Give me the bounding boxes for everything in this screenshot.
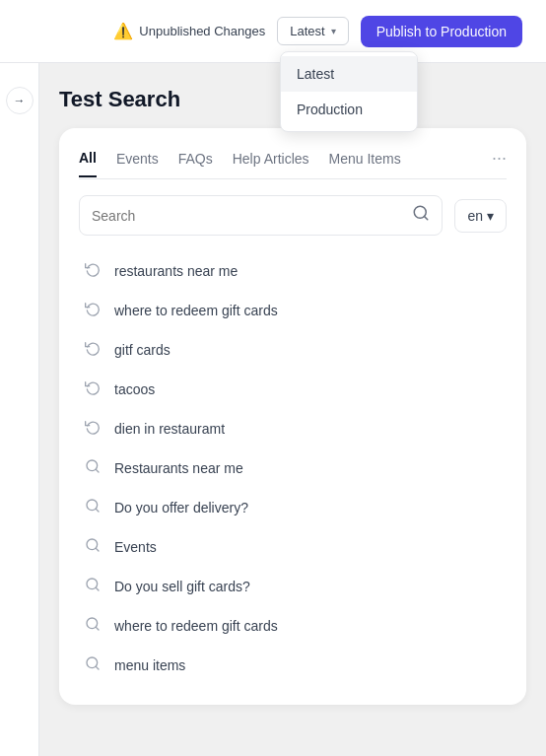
chevron-down-icon: ▾ bbox=[331, 26, 336, 36]
tab-menu-items[interactable]: Menu Items bbox=[329, 151, 401, 176]
result-text: where to redeem gift cards bbox=[114, 618, 278, 634]
sidebar-stub: → bbox=[0, 63, 39, 756]
language-selector[interactable]: en ▾ bbox=[454, 199, 507, 233]
result-text: restaurants near me bbox=[114, 263, 238, 279]
list-item[interactable]: where to redeem gift cards bbox=[79, 606, 507, 646]
dropdown-item-latest[interactable]: Latest bbox=[281, 56, 417, 92]
top-bar: ⚠️ Unpublished Changes Latest ▾ Publish … bbox=[0, 0, 546, 63]
latest-label: Latest bbox=[290, 24, 324, 38]
result-text: Do you offer delivery? bbox=[114, 500, 248, 515]
publish-label: Publish to Production bbox=[376, 24, 507, 39]
history-icon bbox=[83, 379, 102, 399]
svg-line-1 bbox=[425, 216, 428, 219]
search-input-wrap bbox=[79, 195, 443, 236]
search-input[interactable] bbox=[92, 208, 404, 224]
svg-line-11 bbox=[96, 627, 99, 630]
results-list: restaurants near me where to redeem gift… bbox=[79, 251, 507, 685]
unpublished-badge: ⚠️ Unpublished Changes bbox=[113, 22, 265, 40]
list-item[interactable]: Do you sell gift cards? bbox=[79, 567, 507, 606]
svg-line-7 bbox=[96, 548, 99, 551]
search-icon[interactable] bbox=[412, 204, 430, 227]
result-text: gitf cards bbox=[114, 342, 171, 358]
result-text: Restaurants near me bbox=[114, 460, 243, 476]
lang-chevron-icon: ▾ bbox=[487, 208, 494, 224]
expand-sidebar-button[interactable]: → bbox=[6, 87, 34, 114]
search-suggestion-icon bbox=[83, 577, 102, 596]
result-text: Do you sell gift cards? bbox=[114, 579, 250, 594]
history-icon bbox=[83, 340, 102, 360]
latest-dropdown-button[interactable]: Latest ▾ bbox=[277, 17, 348, 45]
publish-button[interactable]: Publish to Production bbox=[361, 16, 522, 47]
tab-faqs[interactable]: FAQs bbox=[178, 151, 213, 176]
search-suggestion-icon bbox=[83, 458, 102, 478]
tabs-more-button[interactable]: ··· bbox=[492, 148, 507, 178]
history-icon bbox=[83, 419, 102, 439]
svg-line-13 bbox=[96, 666, 99, 669]
result-text: where to redeem gift cards bbox=[114, 303, 278, 318]
tab-all[interactable]: All bbox=[79, 150, 97, 177]
list-item[interactable]: Restaurants near me bbox=[79, 448, 507, 488]
list-item[interactable]: dien in restauramt bbox=[79, 409, 507, 448]
lang-label: en bbox=[467, 208, 483, 224]
search-suggestion-icon bbox=[83, 498, 102, 517]
tab-help-articles[interactable]: Help Articles bbox=[233, 151, 309, 176]
search-suggestion-icon bbox=[83, 655, 102, 675]
svg-line-9 bbox=[96, 587, 99, 590]
list-item[interactable]: gitf cards bbox=[79, 330, 507, 370]
list-item[interactable]: where to redeem gift cards bbox=[79, 291, 507, 330]
unpublished-label: Unpublished Changes bbox=[139, 24, 265, 38]
search-panel: All Events FAQs Help Articles Menu Items… bbox=[59, 128, 526, 705]
main-area: → Test Search All Events FAQs Help Artic… bbox=[0, 63, 546, 756]
list-item[interactable]: Events bbox=[79, 527, 507, 567]
dropdown-item-production[interactable]: Production bbox=[281, 92, 417, 127]
list-item[interactable]: restaurants near me bbox=[79, 251, 507, 291]
svg-line-3 bbox=[96, 469, 99, 472]
arrow-right-icon: → bbox=[14, 94, 26, 107]
latest-dropdown-menu: Latest Production bbox=[280, 51, 418, 132]
list-item[interactable]: menu items bbox=[79, 646, 507, 685]
tab-events[interactable]: Events bbox=[116, 151, 159, 176]
search-suggestion-icon bbox=[83, 616, 102, 636]
result-text: menu items bbox=[114, 657, 185, 673]
svg-line-5 bbox=[96, 509, 99, 512]
result-text: dien in restauramt bbox=[114, 421, 225, 437]
list-item[interactable]: tacoos bbox=[79, 370, 507, 409]
tabs-bar: All Events FAQs Help Articles Menu Items… bbox=[79, 148, 507, 179]
content-area: Test Search All Events FAQs Help Article… bbox=[39, 63, 546, 756]
history-icon bbox=[83, 301, 102, 320]
search-row: en ▾ bbox=[79, 195, 507, 236]
result-text: tacoos bbox=[114, 381, 155, 397]
search-suggestion-icon bbox=[83, 537, 102, 557]
result-text: Events bbox=[114, 539, 157, 555]
warning-icon: ⚠️ bbox=[113, 22, 133, 40]
list-item[interactable]: Do you offer delivery? bbox=[79, 488, 507, 527]
history-icon bbox=[83, 261, 102, 281]
